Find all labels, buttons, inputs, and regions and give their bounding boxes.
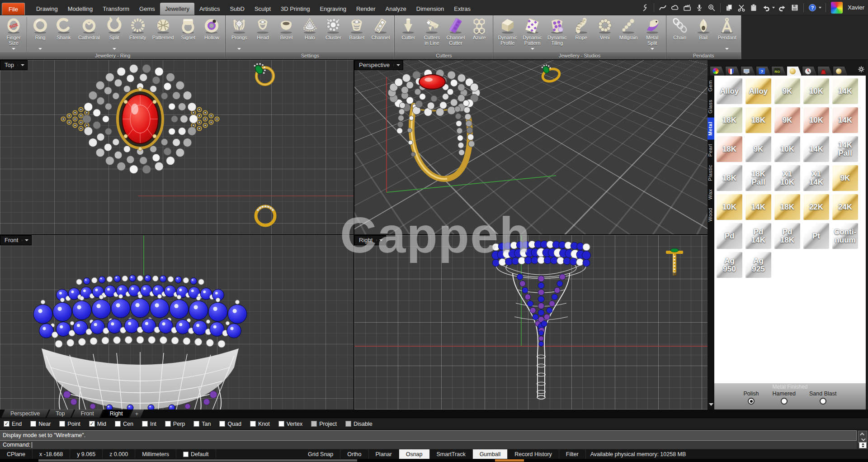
osnap-end[interactable]: ✓End	[4, 421, 22, 427]
viewport-front-label[interactable]: Front	[0, 235, 32, 245]
chevron-down-icon[interactable]	[113, 48, 116, 50]
menu-item-engraving[interactable]: Engraving	[315, 3, 351, 15]
osnap-near[interactable]: Near	[30, 421, 51, 427]
finish-radio-hamered[interactable]	[781, 398, 788, 405]
dropdown-indicator[interactable]	[38, 47, 42, 51]
chevron-down-icon[interactable]	[18, 64, 24, 66]
menu-item-drawing[interactable]: Drawing	[31, 3, 63, 15]
ribbon-button-channel-cutter[interactable]: Channel Cutter	[443, 16, 467, 51]
scroll-up-icon[interactable]	[860, 433, 864, 437]
menu-item-render[interactable]: Render	[351, 3, 381, 15]
menu-item-jewellery[interactable]: Jewellery	[160, 3, 194, 15]
osnap-project[interactable]: Project	[311, 421, 337, 427]
ribbon-button-cluster[interactable]: Cluster	[321, 16, 345, 51]
osnap-checkbox-near[interactable]	[30, 421, 36, 427]
material-swatch-pd-14k[interactable]: Pd 14K	[745, 223, 771, 249]
finish-radio-sand-blast[interactable]	[820, 398, 826, 405]
microphone-icon[interactable]	[695, 3, 704, 12]
finish-option-sand-blast[interactable]: Sand Blast	[809, 391, 836, 405]
status-toggle-filter[interactable]: Filter	[559, 449, 586, 459]
status-toggle-grid-snap[interactable]: Grid Snap	[301, 449, 340, 459]
ribbon-button-head[interactable]: Head	[251, 16, 274, 51]
viewport-perspective-label[interactable]: Perspective	[354, 60, 403, 70]
osnap-knot[interactable]: Knot	[250, 421, 270, 427]
panel-tab-shield-icon[interactable]	[725, 66, 740, 76]
ribbon-button-basket[interactable]: Basket	[345, 16, 368, 51]
menu-item-sculpt[interactable]: Sculpt	[250, 3, 276, 15]
material-swatch-9k[interactable]: 9K	[832, 165, 858, 191]
right-view-model[interactable]	[354, 235, 708, 410]
dropdown-indicator[interactable]	[725, 47, 729, 51]
copy-icon[interactable]	[725, 3, 734, 12]
help-icon[interactable]: ?	[808, 3, 817, 12]
ribbon-button-rope[interactable]: Rope	[570, 16, 593, 51]
osnap-cen[interactable]: Cen	[115, 421, 133, 427]
ribbon-button-cutters-in-line[interactable]: Cutters in Line	[420, 16, 443, 51]
material-swatch-14k[interactable]: 14K	[803, 136, 829, 162]
help-dropdown-icon[interactable]	[819, 7, 821, 9]
panel-tab-color-wheel-icon[interactable]	[710, 66, 725, 76]
menu-item-modelling[interactable]: Modelling	[63, 3, 98, 15]
material-tab-pearl[interactable]: Pearl	[708, 140, 714, 161]
status-toggle-record-history[interactable]: Record History	[508, 449, 559, 459]
menu-item-artistics[interactable]: Artistics	[194, 3, 225, 15]
viewport-top-label[interactable]: Top	[0, 60, 28, 70]
osnap-checkbox-vertex[interactable]	[278, 421, 284, 427]
command-spinner[interactable]	[859, 442, 867, 448]
panel-tab-display-icon[interactable]	[741, 66, 755, 76]
chevron-down-icon[interactable]	[237, 48, 241, 50]
gear-icon[interactable]	[858, 66, 865, 75]
material-swatch-alloy[interactable]: Alloy	[717, 78, 742, 104]
viewport-perspective[interactable]: Perspective	[354, 60, 708, 234]
paste-icon[interactable]	[749, 3, 758, 12]
status-units[interactable]: Millimeters	[135, 449, 176, 459]
curve-icon[interactable]	[658, 3, 667, 12]
dropdown-indicator[interactable]	[113, 47, 116, 51]
dropdown-indicator[interactable]	[531, 47, 534, 51]
osnap-checkbox-cen[interactable]	[115, 421, 121, 427]
material-swatch-ag-925[interactable]: Ag 925	[745, 252, 771, 278]
material-swatch-24k[interactable]: 24K	[832, 194, 858, 220]
osnap-checkbox-project[interactable]	[311, 421, 317, 427]
material-swatch-14k[interactable]: 14K	[832, 78, 858, 104]
material-tab-gem[interactable]: Gem	[708, 76, 714, 95]
chevron-down-icon[interactable]	[393, 64, 400, 66]
panel-scroll-down-icon[interactable]	[709, 403, 713, 406]
panel-tab-gem-material-icon[interactable]	[833, 66, 848, 76]
status-coord-y[interactable]: y 9.065	[70, 449, 103, 459]
osnap-checkbox-end[interactable]: ✓	[4, 421, 9, 427]
osnap-mid[interactable]: ✓Mid	[89, 421, 106, 427]
status-cplane[interactable]: CPlane	[0, 449, 33, 459]
chevron-down-icon[interactable]	[12, 48, 15, 50]
status-layer[interactable]: Default	[176, 449, 216, 459]
command-input[interactable]: Command:	[0, 441, 857, 449]
ribbon-button-dynamic-pattern[interactable]: Dynamic Pattern	[520, 16, 545, 51]
material-swatch-conti-nuum[interactable]: Conti- nuum	[832, 223, 858, 249]
panel-tab-help-blue-icon[interactable]: ?	[756, 66, 771, 76]
ribbon-button-hollow[interactable]: Hollow	[200, 16, 223, 51]
material-swatch-pt[interactable]: Pt	[803, 223, 829, 249]
ribbon-button-millgrain[interactable]: Millgrain	[617, 16, 641, 51]
viewport-tab-front[interactable]: Front	[71, 410, 103, 418]
viewport-tab-right[interactable]: Right	[101, 410, 132, 418]
osnap-checkbox-tan[interactable]	[193, 421, 199, 427]
finish-option-polish[interactable]: Polish	[744, 391, 759, 405]
osnap-quad[interactable]: Quad	[219, 421, 241, 427]
status-toggle-osnap[interactable]: Osnap	[399, 449, 430, 459]
panel-tab-rhinogold-icon[interactable]: RG	[771, 66, 786, 76]
front-view-model[interactable]	[0, 235, 354, 410]
undo-icon[interactable]	[761, 3, 770, 12]
menu-item-extras[interactable]: Extras	[449, 3, 476, 15]
osnap-checkbox-int[interactable]	[142, 421, 148, 427]
menu-item-analyze[interactable]: Analyze	[381, 3, 411, 15]
redo-icon[interactable]	[778, 3, 787, 12]
ribbon-button-chain[interactable]: Chain	[668, 16, 692, 51]
menu-item-gems[interactable]: Gems	[134, 3, 160, 15]
dropdown-indicator[interactable]	[237, 47, 241, 51]
dropdown-indicator[interactable]	[12, 47, 15, 51]
material-swatch-14k[interactable]: 14K	[745, 194, 771, 220]
chevron-down-icon[interactable]	[22, 239, 28, 241]
menu-item-subd[interactable]: SubD	[225, 3, 250, 15]
ribbon-button-bezel[interactable]: Bezel	[274, 16, 298, 51]
ribbon-button-split[interactable]: Split	[103, 16, 126, 51]
